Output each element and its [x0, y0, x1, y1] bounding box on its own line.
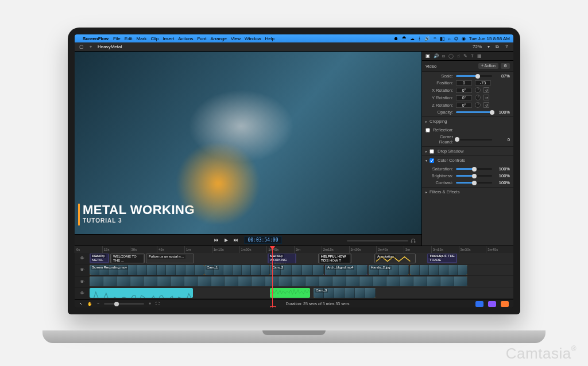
- ruler-mark[interactable]: 45s: [157, 246, 184, 253]
- skip-back-button[interactable]: ⏮: [214, 237, 219, 243]
- clip-a[interactable]: [270, 288, 310, 298]
- yrot-knob[interactable]: [475, 95, 481, 100]
- xrot-knob[interactable]: [475, 87, 481, 93]
- menu-insert[interactable]: Insert: [163, 36, 174, 41]
- ruler-mark[interactable]: 2m15s: [322, 246, 349, 253]
- menu-file[interactable]: File: [113, 36, 121, 41]
- volume-slider[interactable]: [347, 240, 408, 242]
- ruler-mark[interactable]: 2m45s: [376, 246, 404, 253]
- zrot-reset-icon[interactable]: ↺: [483, 102, 489, 108]
- clip-v[interactable]: Cam_3: [314, 288, 376, 298]
- share-icon[interactable]: ⇪: [505, 44, 509, 49]
- tab-annotations-icon[interactable]: ✎: [463, 53, 467, 59]
- view-mode-3[interactable]: [501, 301, 509, 307]
- xrot-field[interactable]: 0°: [456, 88, 472, 93]
- menubar-clock[interactable]: Tue Jun 15 8:58 AM: [469, 36, 510, 41]
- clip-text[interactable]: HELPFUL HOW TO'S HOW T: [318, 254, 351, 263]
- menu-view[interactable]: View: [231, 36, 241, 41]
- playhead[interactable]: [272, 246, 273, 307]
- yrot-reset-icon[interactable]: ↺: [483, 95, 489, 100]
- clip-thumb[interactable]: TOOLS OF THE TRADE: [427, 254, 457, 263]
- zrot-field[interactable]: 0°: [456, 103, 472, 108]
- section-cropping[interactable]: Cropping: [422, 116, 513, 126]
- sidebar-toggle-icon[interactable]: ▢: [79, 44, 84, 49]
- ruler-mark[interactable]: 3m45s: [486, 246, 513, 253]
- pointer-tool-icon[interactable]: ↖: [79, 302, 83, 306]
- ruler-mark[interactable]: 2m: [294, 246, 322, 253]
- clip-v[interactable]: Screen Recording.mov: [90, 265, 204, 275]
- tab-touch-icon[interactable]: ☝︎: [457, 53, 460, 59]
- position-x-field[interactable]: 0: [456, 80, 472, 85]
- tab-audio-icon[interactable]: 🔊: [434, 53, 439, 59]
- timeline-lane[interactable]: Title ClipHEAVY METALWELCOME TO THE …Fol…: [90, 253, 513, 264]
- section-filters[interactable]: Filters & Effects: [422, 187, 513, 196]
- ruler-mark[interactable]: 1m15s: [212, 246, 239, 253]
- add-media-button[interactable]: ＋: [88, 44, 93, 50]
- brightness-slider[interactable]: [456, 175, 492, 177]
- opacity-slider[interactable]: [456, 111, 492, 113]
- clip-ann[interactable]: Annotation: [374, 254, 416, 263]
- menu-font[interactable]: Font: [197, 36, 206, 41]
- tab-media-icon[interactable]: ▦: [477, 53, 482, 59]
- xrot-reset-icon[interactable]: ↺: [483, 87, 489, 93]
- menu-mark[interactable]: Mark: [137, 36, 147, 41]
- add-action-button[interactable]: + Action: [478, 63, 498, 69]
- tab-video-icon[interactable]: ▣: [425, 53, 430, 59]
- tray-volume-icon[interactable]: 🔊: [424, 36, 430, 41]
- menu-arrange[interactable]: Arrange: [210, 36, 226, 41]
- tray-cloud-icon[interactable]: ☁︎: [410, 36, 415, 41]
- hand-tool-icon[interactable]: ✋: [87, 302, 92, 306]
- zoom-level[interactable]: 72%: [473, 44, 482, 49]
- tray-camera-icon[interactable]: ⏺: [394, 36, 399, 41]
- zoom-minus-icon[interactable]: −: [97, 302, 99, 306]
- track-head-1[interactable]: 👁: [75, 253, 90, 264]
- skip-forward-button[interactable]: ⏭: [234, 237, 238, 243]
- timeline-zoom-slider[interactable]: [104, 303, 144, 305]
- tray-wifi-icon[interactable]: ⌔: [434, 36, 436, 41]
- menubar-app-name[interactable]: ScreenFlow: [83, 36, 109, 41]
- volume-control[interactable]: [347, 237, 416, 243]
- tab-text-icon[interactable]: T: [471, 53, 474, 59]
- clip-v2[interactable]: Arch_bkgnd.mp4: [325, 265, 368, 275]
- clip-text[interactable]: Follow us on social n…: [146, 254, 194, 263]
- menu-actions[interactable]: Actions: [178, 36, 193, 41]
- ruler-mark[interactable]: 3m15s: [431, 246, 459, 253]
- ruler-mark[interactable]: 1m30s: [239, 246, 267, 253]
- tab-callout-icon[interactable]: ◯: [448, 53, 454, 59]
- track-head-4[interactable]: 👁: [75, 288, 90, 299]
- clip-v[interactable]: [90, 277, 467, 286]
- timeline-lane[interactable]: Cam_3: [90, 287, 513, 299]
- timeline-lanes[interactable]: Title ClipHEAVY METALWELCOME TO THE …Fol…: [90, 253, 513, 299]
- tray-dropbox-icon[interactable]: ⯊: [402, 36, 407, 41]
- tray-search-icon[interactable]: ⌕: [448, 36, 451, 41]
- reflection-checkbox[interactable]: [425, 128, 430, 133]
- tray-bluetooth-icon[interactable]: ᚼ: [418, 36, 421, 41]
- timecode-display[interactable]: 00:03:54:00: [244, 236, 283, 244]
- track-head-3[interactable]: 👁: [75, 277, 90, 288]
- menu-clip[interactable]: Clip: [150, 36, 158, 41]
- ruler-mark[interactable]: 3m30s: [459, 246, 486, 253]
- clip-v[interactable]: Hands_2.jpg: [369, 265, 409, 275]
- saturation-slider[interactable]: [456, 168, 492, 170]
- menu-window[interactable]: Window: [245, 36, 261, 41]
- ruler-mark[interactable]: 2m30s: [349, 246, 377, 253]
- clip-a2[interactable]: [90, 288, 193, 298]
- section-dropshadow[interactable]: Drop Shadow: [422, 146, 513, 155]
- tray-siri-icon[interactable]: ◉: [462, 36, 466, 41]
- clip-v[interactable]: Cam_1: [204, 265, 270, 275]
- timeline-lane[interactable]: Screen Recording.movCam_1Cam_2Arch_bkgnd…: [90, 264, 513, 276]
- scale-slider[interactable]: [456, 75, 492, 77]
- ruler-mark[interactable]: 0s: [75, 246, 102, 253]
- zoom-plus-icon[interactable]: +: [149, 302, 151, 306]
- zoom-dropdown-icon[interactable]: ▾: [488, 44, 490, 49]
- ruler-mark[interactable]: 15s: [102, 246, 130, 253]
- track-head-2[interactable]: 👁: [75, 264, 90, 276]
- corner-slider[interactable]: [456, 139, 492, 141]
- contrast-slider[interactable]: [456, 182, 492, 184]
- clip-v[interactable]: [410, 265, 467, 275]
- play-button[interactable]: ▶: [225, 237, 228, 243]
- tab-screenrec-icon[interactable]: ⧈: [442, 53, 445, 59]
- timeline-ruler[interactable]: 0s15s30s45s1m1m15s1m30s1m45s2m2m15s2m30s…: [75, 246, 513, 253]
- clip-thumb[interactable]: HEAVY METAL: [90, 254, 109, 263]
- tray-control-center-icon[interactable]: ⏣: [454, 36, 458, 41]
